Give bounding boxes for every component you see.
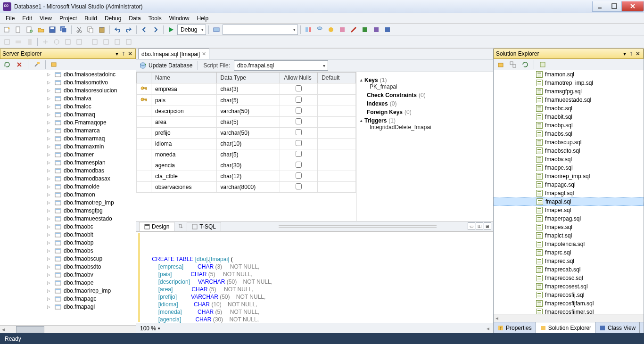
cell-type[interactable]: char(5) [216, 117, 280, 128]
allow-nulls-checkbox[interactable] [296, 140, 302, 146]
table-row[interactable]: observacionesvarchar(8000) [137, 182, 356, 193]
outline-key-item[interactable]: PK_fmapai [360, 83, 489, 90]
cell-default[interactable] [318, 149, 356, 160]
close-tab-icon[interactable]: ✕ [202, 51, 206, 57]
pin-icon[interactable] [120, 50, 127, 57]
menu-project[interactable]: Project [56, 14, 81, 23]
menu-file[interactable]: File [2, 14, 18, 23]
cell-default[interactable] [318, 117, 356, 128]
table-row[interactable]: descripcionvarchar(50) [137, 106, 356, 117]
server-tree-item[interactable]: ▷dbo.Fmamaqope [0, 118, 136, 126]
cell-type[interactable]: varchar(50) [216, 128, 280, 139]
outline-trigs-label[interactable]: Triggers [364, 117, 387, 124]
server-tree-item[interactable]: ▷dbo.fmapagc [0, 295, 136, 303]
cell-type[interactable]: char(30) [216, 160, 280, 171]
solution-tree-item[interactable]: fmapai.sql [494, 197, 644, 206]
allow-nulls-checkbox[interactable] [296, 172, 302, 179]
server-tree-item[interactable]: ▷dbo.fmaisoestadoinc [0, 70, 136, 78]
allow-nulls-checkbox[interactable] [296, 97, 302, 103]
add-connection-icon[interactable] [49, 59, 59, 70]
hscroll-left-icon[interactable]: ◂ [487, 325, 489, 332]
server-tree-item[interactable]: ▷dbo.fmamon [0, 190, 136, 198]
save-icon[interactable] [47, 25, 58, 35]
tb-misc-2-icon[interactable] [337, 25, 347, 35]
solution-explorer-tree[interactable]: fmamon.sqlfmamotrep_imp.sqlfmamsgfpg.sql… [494, 70, 644, 314]
solution-tree-item[interactable]: fmaprec.sql [494, 257, 644, 265]
menu-edit[interactable]: Edit [18, 14, 36, 23]
cell-type[interactable]: char(12) [216, 171, 280, 182]
solution-explorer-tab[interactable]: Solution Explorer [536, 322, 595, 333]
cell-allow-nulls[interactable] [280, 106, 318, 117]
server-tree-item[interactable]: ▷dbo.fmamotrep_imp [0, 198, 136, 206]
server-tree-item[interactable]: ▷dbo.fmamolde [0, 182, 136, 190]
menu-window[interactable]: Window [165, 14, 193, 23]
menu-debug[interactable]: Debug [101, 14, 125, 23]
tb-misc-3-icon[interactable] [348, 25, 359, 35]
cell-default[interactable] [318, 160, 356, 171]
allow-nulls-checkbox[interactable] [296, 129, 302, 135]
server-tree-item[interactable]: ▷dbo.fmaobs [0, 246, 136, 254]
cell-allow-nulls[interactable] [280, 139, 318, 149]
tb-misc-5-icon[interactable] [371, 25, 381, 35]
cell-allow-nulls[interactable] [280, 95, 318, 106]
data-compare-icon[interactable] [314, 25, 325, 35]
table-row[interactable]: empresachar(3) [137, 83, 356, 95]
server-tree-item[interactable]: ▷dbo.fmaobc [0, 222, 136, 230]
schema-compare-icon[interactable] [303, 25, 314, 35]
table-row[interactable]: areachar(5) [137, 117, 356, 128]
table-row[interactable]: idiomachar(10) [137, 139, 356, 149]
cell-type[interactable]: varchar(50) [216, 106, 280, 117]
col-header-type[interactable]: Data Type [216, 73, 280, 83]
config-dropdown[interactable]: Debug [177, 25, 206, 35]
server-tree-item[interactable]: ▷dbo.fmamueestado [0, 214, 136, 222]
tb2-3-icon[interactable] [25, 37, 35, 47]
col-header-nulls[interactable]: Allow Nulls [280, 73, 318, 83]
pane-layout-3-icon[interactable]: ⊞ [484, 222, 491, 230]
solution-tree-item[interactable]: fmaobs.sql [494, 130, 644, 138]
tb-misc-6-icon[interactable] [382, 25, 393, 35]
solution-tree-item[interactable]: fmaperpag.sql [494, 214, 644, 223]
allow-nulls-checkbox[interactable] [296, 85, 302, 91]
allow-nulls-checkbox[interactable] [296, 183, 302, 189]
tsql-tab[interactable]: T-SQL [187, 222, 221, 231]
document-tab[interactable]: dbo.fmapai.sql [fmapai] ✕ [138, 49, 209, 59]
close-panel-icon[interactable]: ✕ [635, 50, 641, 57]
cell-name[interactable]: moneda [151, 149, 217, 160]
solution-tree-item[interactable]: fmapagc.sql [494, 180, 644, 189]
solution-tree-item[interactable]: fmaobscup.sql [494, 138, 644, 147]
solution-tree-item[interactable]: fmapict.sql [494, 231, 644, 240]
server-tree-item[interactable]: ▷dbo.fmamer [0, 150, 136, 158]
swap-panes-icon[interactable]: ⇅ [175, 223, 186, 229]
nav-back-icon[interactable] [139, 25, 149, 35]
soln-props-icon[interactable] [537, 59, 548, 70]
cell-name[interactable]: descripcion [151, 106, 217, 117]
find-dropdown[interactable] [223, 25, 298, 35]
tb2-9-icon[interactable] [101, 37, 111, 47]
server-explorer-tree[interactable]: ▷dbo.fmaisoestadoinc▷dbo.fmaisomotivo▷db… [0, 70, 136, 325]
server-tree-item[interactable]: ▷dbo.fmaobscup [0, 254, 136, 262]
cell-name[interactable]: agencia [151, 160, 217, 171]
server-tree-item[interactable]: ▷dbo.fmamaxmin [0, 142, 136, 150]
cell-default[interactable] [318, 171, 356, 182]
solution-platform-icon[interactable] [211, 25, 222, 35]
allow-nulls-checkbox[interactable] [296, 162, 302, 168]
tb2-4-icon[interactable] [40, 37, 50, 47]
tb2-2-icon[interactable] [13, 37, 24, 47]
cell-default[interactable] [318, 182, 356, 193]
refresh-icon[interactable] [2, 59, 12, 70]
soln-showall-icon[interactable] [508, 59, 518, 70]
maximize-button[interactable] [607, 1, 622, 12]
table-row[interactable]: monedachar(5) [137, 149, 356, 160]
solution-tree-item[interactable]: fmaobp.sql [494, 121, 644, 130]
server-tree-item[interactable]: ▷dbo.fmaorirep_imp [0, 287, 136, 295]
server-tree-item[interactable]: ▷dbo.fmapagl [0, 303, 136, 311]
server-tree-item[interactable]: ▷dbo.fmaobv [0, 270, 136, 278]
solution-tree-item[interactable]: fmaper.sql [494, 206, 644, 214]
copy-icon[interactable] [85, 25, 96, 35]
cell-allow-nulls[interactable] [280, 160, 318, 171]
cell-name[interactable]: prefijo [151, 128, 217, 139]
solution-tree-item[interactable]: fmaobc.sql [494, 104, 644, 113]
add-item-icon[interactable] [25, 25, 35, 35]
tb2-5-icon[interactable] [51, 37, 62, 47]
cell-type[interactable]: char(5) [216, 149, 280, 160]
